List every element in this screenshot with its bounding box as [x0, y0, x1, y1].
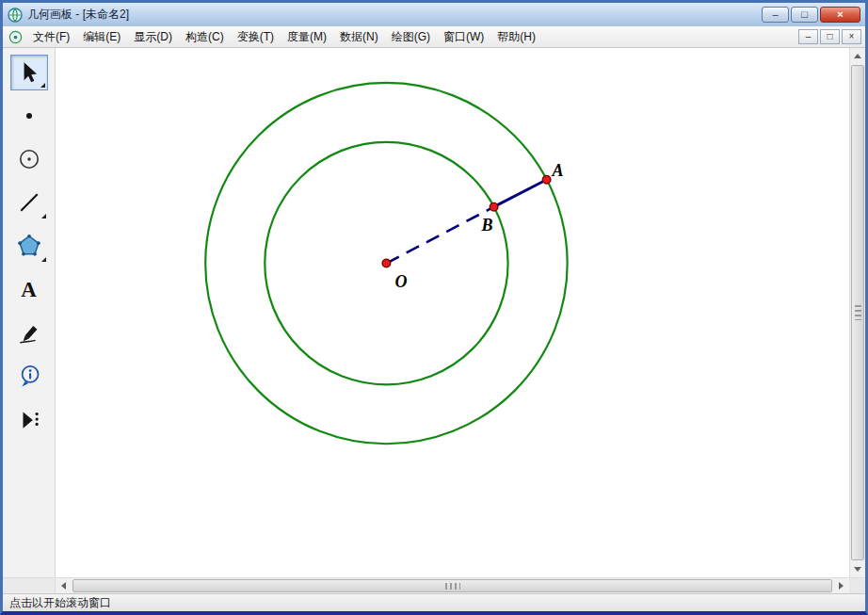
marker-tool[interactable]: [10, 315, 48, 350]
point-icon: [18, 105, 40, 127]
segment-BA-solid[interactable]: [494, 180, 547, 207]
menu-measure[interactable]: 度量(M): [281, 25, 333, 49]
app-window: 几何画板 - [未命名2] – □ × 文件(F) 编辑(E) 显示(D) 构造…: [0, 0, 868, 615]
menu-file[interactable]: 文件(F): [26, 25, 76, 49]
label-A[interactable]: A: [552, 161, 564, 180]
titlebar[interactable]: 几何画板 - [未命名2] – □ ×: [3, 3, 865, 26]
submenu-corner-icon: [40, 83, 45, 88]
horizontal-scroll-track[interactable]: [72, 578, 833, 593]
vertical-scroll-track[interactable]: [850, 64, 865, 561]
close-button[interactable]: ×: [820, 7, 860, 23]
mdi-restore-button[interactable]: □: [820, 29, 840, 44]
tool-palette: A: [3, 48, 56, 577]
point-O[interactable]: [382, 259, 391, 267]
point-tool[interactable]: [10, 98, 48, 134]
scroll-left-icon: [61, 582, 66, 590]
label-O[interactable]: O: [394, 272, 407, 291]
workspace: A: [3, 48, 865, 577]
polygon-tool[interactable]: [10, 228, 48, 264]
menubar: 文件(F) 编辑(E) 显示(D) 构造(C) 变换(T) 度量(M) 数据(N…: [3, 26, 865, 48]
text-tool[interactable]: A: [10, 271, 48, 307]
compass-tool[interactable]: [10, 141, 48, 177]
scroll-grip-icon: [445, 583, 460, 590]
menu-construct[interactable]: 构造(C): [179, 25, 231, 49]
segment-OB-dashed[interactable]: [386, 207, 493, 264]
scroll-down-icon: [854, 567, 861, 572]
scroll-left-button[interactable]: [56, 578, 72, 593]
text-tool-icon: A: [21, 279, 37, 300]
vertical-scrollbar[interactable]: [849, 48, 865, 577]
circle-icon: [17, 147, 41, 171]
selection-arrow-icon: [17, 60, 41, 85]
straightedge-tool[interactable]: [10, 185, 48, 220]
statusbar: 点击以开始滚动窗口: [3, 593, 865, 611]
point-A[interactable]: [542, 175, 551, 184]
horizontal-scroll-thumb[interactable]: [72, 579, 832, 592]
submenu-corner-icon: [41, 214, 46, 218]
vertical-scroll-thumb[interactable]: [851, 65, 864, 560]
selection-arrow-tool[interactable]: [10, 55, 48, 90]
point-B[interactable]: [490, 202, 498, 211]
menu-window[interactable]: 窗口(W): [437, 25, 490, 49]
marker-icon: [17, 320, 41, 345]
document-icon: [8, 30, 23, 44]
status-text: 点击以开始滚动窗口: [9, 595, 111, 611]
mdi-close-button[interactable]: ×: [842, 29, 861, 44]
menu-edit[interactable]: 编辑(E): [76, 25, 127, 49]
label-B[interactable]: B: [481, 216, 493, 235]
segment-icon: [17, 190, 41, 215]
scroll-grip-icon: [855, 305, 861, 320]
info-icon: [17, 364, 41, 388]
scroll-right-icon: [839, 582, 844, 590]
submenu-corner-icon: [41, 257, 46, 262]
horizontal-scrollbar[interactable]: [3, 577, 865, 593]
scroll-right-button[interactable]: [833, 578, 849, 593]
polygon-icon: [16, 233, 42, 259]
app-icon: [8, 8, 23, 23]
scroll-up-icon: [854, 54, 861, 58]
maximize-button[interactable]: □: [791, 7, 818, 23]
menu-transform[interactable]: 变换(T): [231, 25, 281, 49]
menu-graph[interactable]: 绘图(G): [385, 25, 437, 49]
menu-display[interactable]: 显示(D): [127, 25, 179, 49]
custom-tool[interactable]: [10, 401, 48, 437]
information-tool[interactable]: [10, 358, 48, 394]
scrollbar-spacer: [3, 578, 56, 593]
menu-help[interactable]: 帮助(H): [490, 25, 542, 49]
sketch-canvas[interactable]: O B A: [56, 48, 849, 577]
menu-data[interactable]: 数据(N): [333, 25, 385, 49]
custom-tool-icon: [17, 407, 41, 431]
scroll-up-button[interactable]: [850, 48, 865, 64]
scroll-down-button[interactable]: [850, 561, 865, 577]
mdi-minimize-button[interactable]: –: [798, 29, 818, 44]
minimize-button[interactable]: –: [762, 7, 789, 23]
scrollbar-corner: [849, 578, 865, 593]
window-title: 几何画板 - [未命名2]: [27, 7, 129, 23]
